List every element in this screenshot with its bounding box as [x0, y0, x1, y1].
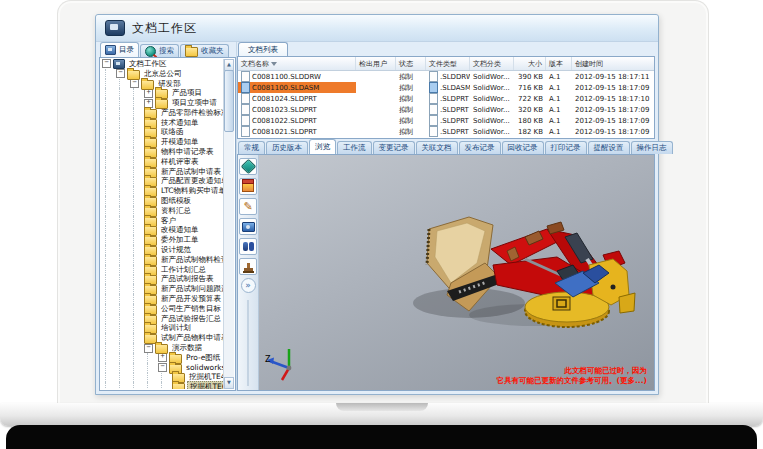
tree-indent-guide [119, 108, 130, 118]
tree-indent-guide [119, 255, 130, 265]
tree-indent-guide [119, 186, 130, 196]
tree-item[interactable]: LTC物料购买申请单 [102, 186, 223, 196]
detail-tab-1[interactable]: 历史版本 [266, 141, 308, 154]
tree-toggle-minus-icon[interactable]: − [116, 69, 125, 78]
tree-item[interactable]: 客户 [102, 216, 223, 226]
viewer-tool-button-2[interactable]: ✎ [239, 198, 257, 215]
table-row[interactable]: C0081021.SLDPRT拟制.SLDPRTSolidWor...182 K… [238, 126, 654, 137]
table-row[interactable]: C0081023.SLDPRT拟制.SLDPRTSolidWor...320 K… [238, 104, 654, 115]
tree-toggle-minus-icon[interactable]: − [102, 59, 111, 68]
tree-toggle-minus-icon[interactable]: − [130, 79, 139, 88]
tree-item[interactable]: 开模通知单 [102, 137, 223, 147]
tree-item[interactable]: +项目立项申请 [102, 98, 223, 108]
tree-item[interactable]: 产品零部件检验标准 [102, 108, 223, 118]
tree-item[interactable]: 新产品试制问题跟进表 [102, 284, 223, 294]
table-row[interactable]: C0081100.SLDASM拟制.SLDASMSolidWor...716 K… [238, 82, 654, 93]
excavator-3d-model[interactable] [407, 199, 639, 351]
tree-item[interactable]: 技术通知单 [102, 118, 223, 128]
detail-tab-7[interactable]: 回收记录 [502, 141, 544, 154]
detail-tab-0[interactable]: 常规 [238, 141, 265, 154]
tree-item[interactable]: 公司生产销售目标 [102, 304, 223, 314]
column-header-7[interactable]: 创建时间 [572, 57, 654, 70]
detail-tab-4[interactable]: 变更记录 [373, 141, 415, 154]
tree-indent-guide [133, 186, 144, 196]
tree-item[interactable]: −文档工作区 [102, 59, 223, 69]
left-tab-1[interactable]: 搜索 [140, 44, 179, 57]
tree-indent-guide [119, 333, 130, 343]
window-titlebar[interactable]: 文档工作区 [96, 15, 658, 42]
tree-item[interactable]: 委外加工单 [102, 235, 223, 245]
detail-tab-3[interactable]: 工作流 [337, 141, 372, 154]
tree-item[interactable]: −研发部 [102, 79, 223, 89]
tree-item[interactable]: 新产品开发预算表 [102, 294, 223, 304]
axis-z-label: Z [265, 355, 270, 364]
viewer-tool-button-4[interactable] [239, 238, 257, 255]
column-header-6[interactable]: 版本 [546, 57, 572, 70]
tree-toggle-minus-icon[interactable]: − [144, 344, 153, 353]
detail-tab-9[interactable]: 提醒设置 [588, 141, 630, 154]
tree-item[interactable]: 样机评审表 [102, 157, 223, 167]
scroll-down-arrow[interactable]: ▼ [224, 377, 234, 389]
tree-item[interactable]: 产品试验报告汇总 [102, 314, 223, 324]
column-header-3[interactable]: 文件类型 [426, 57, 470, 70]
document-file-icon [241, 104, 250, 115]
detail-tab-5[interactable]: 关联文档 [416, 141, 458, 154]
viewer-tool-button-1[interactable] [239, 178, 257, 195]
tree-item-label: Pro-e图纸 [184, 353, 222, 363]
tree-indent-guide [133, 118, 144, 128]
tree-item[interactable]: 产品试制报告表 [102, 275, 223, 285]
tree-item[interactable]: 改模通知单 [102, 226, 223, 236]
detail-tab-8[interactable]: 打印记录 [545, 141, 587, 154]
viewer-tool-button-3[interactable] [239, 218, 257, 235]
column-header-2[interactable]: 状态 [396, 57, 426, 70]
tree-item[interactable]: −演示数据 [102, 343, 223, 353]
file-type-text: .SLDPRT [440, 128, 469, 136]
tree-toggle-plus-icon[interactable]: + [144, 89, 153, 98]
tree-item[interactable]: −北京总公司 [102, 69, 223, 79]
tree-item[interactable]: 试制产品物料申请表 [102, 333, 223, 343]
table-row[interactable]: C0081100.SLDDRW拟制.SLDDRWSolidWor...390 K… [238, 71, 654, 82]
detail-tab-2[interactable]: 浏览 [309, 139, 336, 154]
table-row[interactable]: C0081022.SLDPRT拟制.SLDPRTSolidWor...180 K… [238, 115, 654, 126]
tree-item[interactable]: +产品项目 [102, 88, 223, 98]
tree-item[interactable]: 挖掘机TE650 [102, 382, 223, 389]
column-header-4[interactable]: 文档分类 [470, 57, 514, 70]
tree-item[interactable]: 新产品试制物料检查表 [102, 255, 223, 265]
column-header-0[interactable]: 文档名称 [238, 57, 356, 70]
detail-tab-10[interactable]: 操作日志 [631, 141, 673, 154]
viewer-tool-button-5[interactable] [239, 258, 257, 275]
table-row[interactable]: C0081024.SLDPRT拟制.SLDPRTSolidWor...722 K… [238, 93, 654, 104]
tree-item[interactable]: 工作计划汇总 [102, 265, 223, 275]
collapse-toolbar-button[interactable]: » [241, 278, 256, 293]
doc-name-cell[interactable]: C0081022.SLDPRT [238, 115, 356, 126]
tree-item[interactable]: 资料汇总 [102, 206, 223, 216]
outdated-warning-text: 此文档可能已过时，因为 它具有可能已更新的文件参考可用。(更多...) [497, 366, 647, 385]
tree-item[interactable]: 图纸模板 [102, 196, 223, 206]
tree-toggle-plus-icon[interactable]: + [158, 353, 167, 362]
left-tab-2[interactable]: 收藏夹 [180, 44, 229, 57]
tree-toggle-minus-icon[interactable]: − [158, 363, 167, 372]
detail-tab-6[interactable]: 发布记录 [459, 141, 501, 154]
column-header-1[interactable]: 检出用户 [356, 57, 396, 70]
doc-name-cell[interactable]: C0081021.SLDPRT [238, 126, 356, 137]
tree-scrollbar[interactable]: ▲ ▼ [223, 59, 234, 389]
doc-name-cell[interactable]: C0081024.SLDPRT [238, 93, 356, 104]
doc-name-cell[interactable]: C0081023.SLDPRT [238, 104, 356, 115]
tree-item[interactable]: −solidworks图纸 [102, 363, 223, 373]
column-header-5[interactable]: 大小 [514, 57, 546, 70]
file-type-text: .SLDASM [440, 84, 470, 92]
viewer-tool-button-0[interactable] [239, 158, 257, 175]
tree-item[interactable]: 设计规范 [102, 245, 223, 255]
tree-item[interactable]: 产品配置更改通知单 [102, 177, 223, 187]
viewer-viewport[interactable]: Z 此文档可能已过时，因为 它具有可能已更新的文件参考可用。(更多...) [259, 155, 654, 390]
tab-document-list[interactable]: 文档列表 [238, 42, 288, 56]
doc-name-cell[interactable]: C0081100.SLDDRW [238, 71, 356, 82]
tree-item[interactable]: 联络函 [102, 128, 223, 138]
scrollbar-thumb[interactable] [224, 70, 234, 132]
tree-item[interactable]: 新产品试制申请表 [102, 167, 223, 177]
left-tab-0[interactable]: 目录 [100, 42, 139, 57]
tree-item[interactable]: 培训计划 [102, 324, 223, 334]
tree-item[interactable]: 物料申请记录表 [102, 147, 223, 157]
doc-name-cell[interactable]: C0081100.SLDASM [238, 82, 356, 93]
tree-item-label: 图纸模板 [159, 196, 193, 206]
